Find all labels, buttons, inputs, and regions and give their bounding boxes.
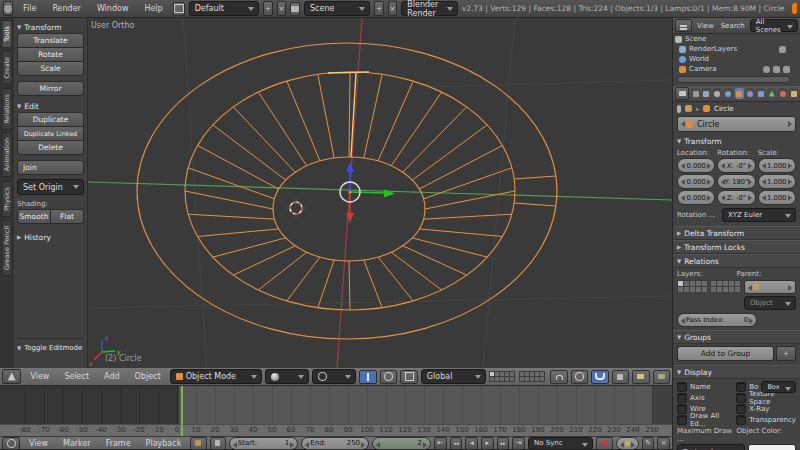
viewport-3d[interactable]: z y x User Ortho (2) Circle xyxy=(88,18,672,368)
transform-manipulator[interactable] xyxy=(340,162,395,223)
menu-render[interactable]: Render xyxy=(46,4,86,13)
shade-smooth-button[interactable]: Smooth xyxy=(17,209,51,224)
visibility-eye-icon[interactable] xyxy=(763,66,770,73)
selectable-icon[interactable] xyxy=(773,66,780,73)
panel-transform[interactable]: ▼ Transform xyxy=(677,135,796,147)
mode-select[interactable]: Object Mode xyxy=(170,369,262,384)
end-frame-field[interactable]: End:250 xyxy=(301,437,369,450)
vp-menu-select[interactable]: Select xyxy=(58,372,95,381)
cursor-3d[interactable] xyxy=(287,199,305,217)
jump-to-end-button[interactable]: ⇥ xyxy=(512,437,525,450)
display-texture-space-checkbox[interactable]: Texture Space xyxy=(736,392,796,403)
tl-menu-playback[interactable]: Playback xyxy=(140,439,188,448)
vp-menu-view[interactable]: View xyxy=(24,372,55,381)
keying-set-field[interactable] xyxy=(616,437,639,450)
tab-constraints[interactable] xyxy=(746,88,755,99)
vp-menu-add[interactable]: Add xyxy=(98,372,126,381)
scene-add-button[interactable]: + xyxy=(374,1,383,16)
translate-button[interactable]: Translate xyxy=(17,33,84,48)
tab-world[interactable] xyxy=(724,88,733,99)
tab-animation[interactable]: Animation xyxy=(2,132,13,177)
tab-relations[interactable]: Relations xyxy=(2,88,13,130)
layer-cell[interactable] xyxy=(734,286,741,293)
display-bounds-checkbox[interactable]: Bo Box xyxy=(736,381,796,392)
timeline-track[interactable]: -80-70-60-50-40-30-20-100102030405060708… xyxy=(0,386,672,436)
tab-render-layers[interactable] xyxy=(702,88,711,99)
lock-frame-icon[interactable] xyxy=(210,437,226,450)
tab-tools[interactable]: Tools xyxy=(2,20,13,48)
play-reverse-button[interactable]: ◂ xyxy=(465,437,478,450)
start-frame-field[interactable]: Start:1 xyxy=(229,437,299,450)
display-axis-checkbox[interactable]: Axis xyxy=(677,392,736,403)
add-group-new-button[interactable]: + xyxy=(776,346,796,361)
lock-to-scene-icon[interactable] xyxy=(550,370,567,384)
tab-object-data[interactable] xyxy=(767,88,776,99)
location-z-field[interactable]: 0.000 xyxy=(677,190,715,205)
viewport-shading-select[interactable] xyxy=(265,369,309,384)
outliner-menu-view[interactable]: View xyxy=(695,22,716,30)
delete-button[interactable]: Delete xyxy=(17,141,84,155)
layout-delete-button[interactable]: × xyxy=(277,1,286,16)
pass-index-field[interactable]: Pass Index: 0 xyxy=(677,313,757,327)
current-frame-field[interactable]: 2 xyxy=(372,437,431,450)
location-x-field[interactable]: 0.000 xyxy=(677,158,715,173)
editor-type-properties-icon[interactable] xyxy=(675,87,689,100)
shade-flat-button[interactable]: Flat xyxy=(51,209,84,224)
tree-row-camera[interactable]: Camera xyxy=(673,64,800,74)
rotate-button[interactable]: Rotate xyxy=(17,48,84,62)
proportional-edit-toggle[interactable] xyxy=(571,370,588,384)
snap-toggle[interactable] xyxy=(591,370,608,384)
outliner-hscrollbar[interactable] xyxy=(677,76,790,83)
editor-type-timeline-icon[interactable] xyxy=(2,437,20,450)
add-to-group-button[interactable]: Add to Group xyxy=(677,346,774,361)
set-origin-dropdown[interactable]: Set Origin xyxy=(17,179,84,195)
layer-cell[interactable] xyxy=(701,286,708,293)
screen-layout-icon[interactable] xyxy=(173,2,185,16)
layout-add-button[interactable]: + xyxy=(263,1,272,16)
jump-next-keyframe-button[interactable]: ▸▸ xyxy=(497,437,510,450)
manipulator-z-arrow[interactable] xyxy=(346,162,354,172)
pin-icon[interactable] xyxy=(677,105,681,113)
pivot-select[interactable] xyxy=(312,369,356,384)
tree-row-world[interactable]: World xyxy=(673,54,800,64)
keying-set-clear-button[interactable]: × xyxy=(657,437,670,450)
object-color-swatch[interactable] xyxy=(748,444,797,450)
editor-type-3dview-icon[interactable] xyxy=(2,369,21,384)
timeline-number-strip[interactable]: -80-70-60-50-40-30-20-100102030405060708… xyxy=(0,424,672,436)
scale-x-field[interactable]: 1.000 xyxy=(758,158,796,173)
rotation-y-field[interactable]: Y: 180° xyxy=(717,174,755,189)
scene-icon[interactable] xyxy=(290,2,300,16)
panel-groups[interactable]: ▼ Groups xyxy=(673,330,800,344)
manipulator-translate-toggle[interactable] xyxy=(359,370,376,384)
panel-delta-transform[interactable]: ▶ Delta Transform xyxy=(673,226,800,240)
tab-texture[interactable] xyxy=(789,88,798,99)
editor-type-info-icon[interactable] xyxy=(3,1,13,16)
panel-transform-header[interactable]: ▼ Transform xyxy=(17,21,84,33)
screen-layout-select[interactable]: Default xyxy=(189,1,260,16)
scene-delete-button[interactable]: × xyxy=(388,1,397,16)
preview-range-icon[interactable] xyxy=(190,437,206,450)
tl-menu-view[interactable]: View xyxy=(23,439,54,448)
duplicate-button[interactable]: Duplicate xyxy=(17,112,84,127)
menu-file[interactable]: File xyxy=(17,4,42,13)
parent-field[interactable] xyxy=(744,280,796,294)
render-opengl-anim-icon[interactable] xyxy=(653,370,670,384)
outliner-menu-search[interactable]: Search xyxy=(719,22,747,30)
tab-material[interactable] xyxy=(778,88,787,99)
display-name-checkbox[interactable]: Name xyxy=(677,381,736,392)
maximum-draw-type-select[interactable]: Textured xyxy=(677,444,745,450)
scale-button[interactable]: Scale xyxy=(17,62,84,76)
tab-render[interactable] xyxy=(691,88,700,99)
panel-history-header[interactable]: ▶ History xyxy=(17,231,84,243)
operator-panel-header[interactable]: ▼ Toggle Editmode xyxy=(17,338,85,354)
tl-menu-frame[interactable]: Frame xyxy=(100,439,137,448)
bounds-type-select[interactable]: Box xyxy=(761,381,796,393)
tab-grease-pencil[interactable]: Grease Pencil xyxy=(2,220,13,276)
render-opengl-icon[interactable] xyxy=(632,370,649,384)
tab-scene[interactable] xyxy=(713,88,722,99)
outliner-filter-select[interactable]: All Scenes xyxy=(750,19,798,32)
vp-menu-object[interactable]: Object xyxy=(129,372,167,381)
keying-set-eyedropper-button[interactable]: ✎ xyxy=(642,437,655,450)
jump-prev-keyframe-button[interactable]: ◂◂ xyxy=(450,437,463,450)
tab-object[interactable] xyxy=(735,88,744,99)
